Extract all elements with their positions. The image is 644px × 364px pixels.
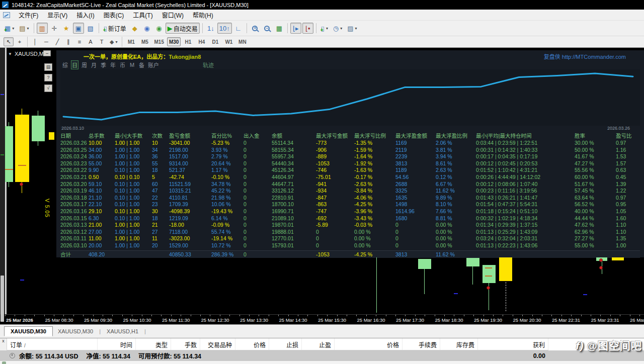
stats-cell: 21.00 [89, 222, 115, 229]
terminal-column-6[interactable]: 止损 [269, 338, 302, 350]
terminal-button[interactable]: ▣ [73, 23, 84, 34]
equidistant-channel-button[interactable]: ∥ [63, 37, 73, 46]
panel-tab-账户[interactable]: 账户 [147, 61, 159, 69]
strategy-tester-button[interactable]: ▧ [85, 23, 96, 34]
terminal-column-5[interactable]: 价格 [235, 338, 269, 350]
data-window-button[interactable]: ✛ [49, 23, 60, 34]
timeframe-d1[interactable]: D1 [209, 37, 221, 46]
profiles-button[interactable]: ▤▾ [17, 23, 31, 34]
terminal-column-1[interactable]: 时间 [98, 338, 136, 350]
indicators-button[interactable]: ▯+▾ [319, 23, 330, 34]
shapes-button[interactable]: ◆▾ [108, 37, 119, 46]
terminal-column-0[interactable]: 订单/ [7, 338, 98, 350]
axis-tick [551, 315, 552, 316]
docking-button[interactable]: ∟ [233, 23, 244, 34]
stats-cell: 47.62 % [575, 222, 616, 229]
menu-item-2[interactable]: 插入(I) [72, 9, 99, 21]
panel-apply-button[interactable]: √ [44, 84, 52, 92]
periods-button[interactable]: ◷▾ [331, 23, 344, 34]
panel-tab-季[interactable]: 季 [100, 61, 107, 69]
ea-stats-panel: 一次一单，原创量化EA，出品方：Tukongjian8 复盘侠 http://M… [56, 50, 644, 257]
timeframe-m5[interactable]: M5 [138, 37, 151, 46]
scrollbar-thumb[interactable] [1, 276, 4, 322]
stats-cell: 27.00 [89, 229, 115, 236]
panel-tab-月[interactable]: 月 [90, 61, 98, 69]
menu-item-4[interactable]: 工具(T) [128, 9, 157, 21]
metaeditor-button[interactable]: ◆ [129, 23, 140, 34]
data-window-button-icon: ✛ [51, 25, 57, 32]
menu-item-5[interactable]: 窗口(W) [157, 9, 188, 21]
panel-tab-备[interactable]: 备 [138, 61, 145, 69]
menu-item-1[interactable]: 显示(V) [43, 9, 72, 21]
signals-button[interactable]: ◉ [153, 23, 165, 34]
timeframe-w1[interactable]: W1 [222, 37, 235, 46]
community-button[interactable]: ◉ [141, 23, 152, 34]
terminal-column-2[interactable]: 类型 [136, 338, 171, 350]
terminal-column-8[interactable]: 价格 [335, 338, 403, 350]
stats-cell: 0:01:18 | 0:15:24 | 0:51:10 [476, 208, 575, 215]
chart-shift-button-icon: 10↑ [219, 25, 230, 32]
ea-brand-link[interactable]: 复盘侠 http://MTCommander.com [544, 52, 626, 60]
left-scrollbar[interactable] [0, 48, 5, 314]
cursor-button[interactable]: ↖ [4, 37, 14, 46]
stats-row: 2026.03.1020.001.00 | 1.00201529.0010.72… [60, 242, 640, 249]
zoom-in-button[interactable]: + [250, 23, 261, 34]
timeframe-m30[interactable]: M30 [167, 37, 181, 46]
chart-system-icon[interactable] [3, 12, 10, 18]
crosshair-button[interactable]: + [15, 37, 25, 46]
stats-header-cell: 盈亏比 [616, 132, 640, 140]
timeframe-m15[interactable]: M15 [152, 37, 166, 46]
stats-cell: -3.96 % [354, 208, 395, 215]
templates-button[interactable]: ▨▾ [345, 23, 359, 34]
terminal-column-11[interactable]: 获利 [478, 338, 548, 350]
terminal-column-10[interactable]: 库存费 [440, 338, 478, 350]
panel-list-button[interactable]: ▤ [44, 63, 52, 71]
panel-tab-币[interactable]: 币 [119, 61, 126, 69]
menu-item-6[interactable]: 帮助(H) [188, 9, 218, 21]
shapes-button-icon: ◆ [110, 39, 114, 45]
panel-tab-track[interactable]: 轨迹 [203, 61, 214, 69]
new-order-button[interactable]: ▯+新订单 [102, 23, 128, 34]
trendline-button[interactable]: ╱ [52, 37, 62, 46]
close-icon[interactable]: x [2, 338, 5, 343]
chart-arrange-a-button[interactable]: ⌊▸ [290, 23, 301, 34]
market-watch-button[interactable]: ▥ [37, 23, 48, 34]
timeframe-m1[interactable]: M1 [125, 37, 137, 46]
zoom-out-button[interactable]: − [262, 23, 273, 34]
menu-item-3[interactable]: 图表(C) [99, 9, 129, 21]
terminal-column-9[interactable]: 手续费 [403, 338, 440, 350]
tile-windows-button[interactable]: ▦ [274, 23, 285, 34]
minimize-button[interactable]: – [43, 50, 51, 56]
horizontal-line-button[interactable]: ─ [41, 37, 51, 46]
timeframe-h1[interactable]: H1 [182, 37, 194, 46]
menu-item-0[interactable]: 文件(F) [14, 9, 43, 21]
panel-tab-年[interactable]: 年 [109, 61, 117, 69]
timeframe-mn[interactable]: MN [236, 37, 249, 46]
terminal-column-7[interactable]: 止盈 [302, 338, 335, 350]
auto-trading-button[interactable]: ▶自动交易 [166, 23, 200, 34]
new-chart-button[interactable]: ▦+▾ [3, 23, 16, 34]
chart-tab-2[interactable]: XAUUSD,H1 [102, 327, 143, 336]
panel-tab-综[interactable]: 综 [61, 61, 69, 69]
stats-cell: 55957.34 [272, 153, 316, 160]
chart-shift-button[interactable]: 10↑ [217, 23, 232, 34]
terminal-column-4[interactable]: 交易品种 [200, 338, 235, 350]
label-button[interactable]: T [97, 37, 107, 46]
panel-help-button[interactable]: ? [44, 74, 52, 81]
fibonacci-button[interactable]: ≡ [74, 37, 85, 46]
vertical-line-button[interactable]: │ [30, 37, 40, 46]
panel-tab-日[interactable]: 日 [71, 60, 78, 69]
panel-tab-M[interactable]: M [128, 62, 136, 68]
panel-tab-周[interactable]: 周 [80, 61, 88, 69]
terminal-column-3[interactable]: 手数 [171, 338, 200, 350]
stats-cell: 0.95 [616, 201, 640, 208]
chart-arrange-b-button[interactable]: ⌊▪ [302, 23, 313, 34]
chart-tab-1[interactable]: XAUUSD,M30 [53, 327, 98, 336]
text-button[interactable]: A [86, 37, 96, 46]
stats-cell: -4.25 % [354, 201, 395, 208]
trendline-button-icon: ╱ [56, 39, 59, 45]
timeframe-h4[interactable]: H4 [195, 37, 208, 46]
chart-tab-0[interactable]: XAUUSD,M30 [4, 326, 53, 336]
navigator-button[interactable]: ★ [61, 23, 72, 34]
autoscroll-button[interactable]: 1↓ [205, 23, 216, 34]
